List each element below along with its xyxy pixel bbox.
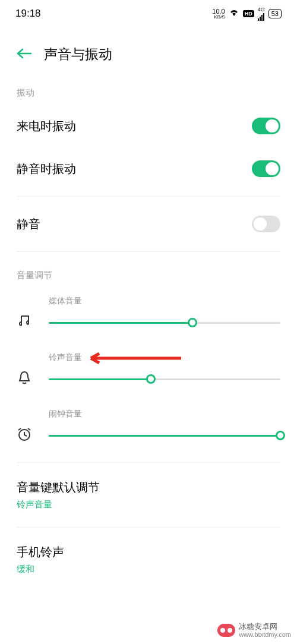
- divider: [17, 251, 280, 252]
- slider-alarm: 闹钟音量: [0, 400, 297, 456]
- divider: [17, 527, 280, 528]
- slider-label: 媒体音量: [49, 296, 280, 307]
- music-note-icon: [17, 314, 36, 332]
- signal-icon: 4G: [258, 7, 265, 21]
- watermark-brand: 冰糖安卓网: [239, 623, 291, 631]
- status-icons: 10.0 KB/S HD 4G 53: [212, 7, 282, 21]
- row-value: 铃声音量: [17, 499, 280, 510]
- status-bar: 19:18 10.0 KB/S HD 4G 53: [0, 0, 297, 27]
- toggle-vibrate-on-ring[interactable]: [252, 118, 280, 134]
- section-volume: 音量调节: [0, 258, 297, 287]
- watermark-logo-icon: [217, 624, 235, 637]
- hd-badge: HD: [243, 10, 254, 17]
- row-label: 手机铃声: [17, 544, 280, 560]
- watermark: 冰糖安卓网 www.btxtdmy.com: [217, 623, 291, 638]
- slider-track-media[interactable]: [49, 322, 280, 324]
- slider-label: 闹钟音量: [49, 409, 280, 419]
- status-time: 19:18: [15, 8, 41, 20]
- alarm-clock-icon: [17, 427, 36, 444]
- slider-track-alarm[interactable]: [49, 435, 280, 437]
- network-speed: 10.0 KB/S: [212, 8, 225, 20]
- row-label: 静音: [17, 216, 40, 232]
- row-vibrate-on-ring[interactable]: 来电时振动: [0, 105, 297, 147]
- back-icon[interactable]: [17, 46, 32, 63]
- wifi-icon: [229, 8, 239, 20]
- battery-indicator: 53: [268, 9, 282, 18]
- divider: [17, 462, 280, 463]
- bell-icon: [17, 370, 36, 388]
- row-label: 来电时振动: [17, 118, 76, 134]
- section-vibration: 振动: [0, 75, 297, 105]
- row-volume-key-default[interactable]: 音量键默认调节 铃声音量: [0, 469, 297, 521]
- slider-ring: 铃声音量: [0, 343, 297, 400]
- page-header: 声音与振动: [0, 27, 297, 75]
- toggle-silent[interactable]: [252, 216, 280, 232]
- toggle-vibrate-on-silent[interactable]: [252, 160, 280, 177]
- slider-track-ring[interactable]: [49, 378, 280, 380]
- row-label: 音量键默认调节: [17, 479, 280, 495]
- divider: [17, 196, 280, 197]
- row-value: 缓和: [17, 564, 280, 575]
- row-label: 静音时振动: [17, 161, 76, 177]
- row-phone-ringtone[interactable]: 手机铃声 缓和: [0, 533, 297, 586]
- row-vibrate-on-silent[interactable]: 静音时振动: [0, 147, 297, 190]
- slider-media: 媒体音量: [0, 287, 297, 343]
- slider-label: 铃声音量: [49, 352, 280, 363]
- row-silent[interactable]: 静音: [0, 203, 297, 245]
- watermark-url: www.btxtdmy.com: [239, 631, 291, 638]
- page-title: 声音与振动: [44, 45, 112, 64]
